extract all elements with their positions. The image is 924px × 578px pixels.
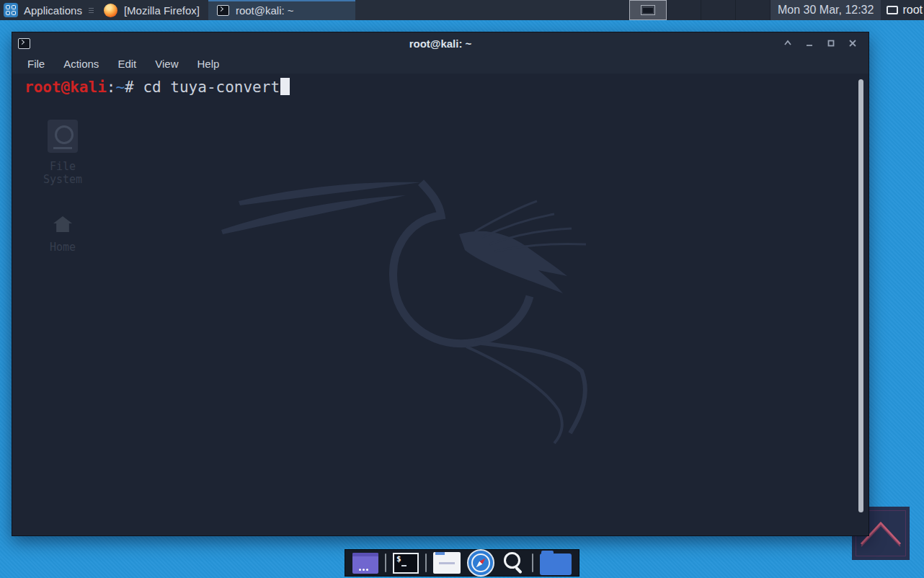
kali-desktop: { "top_panel": { "applications_label": "…: [0, 0, 924, 578]
terminal-scrollbar[interactable]: [858, 79, 863, 512]
dock-separator: [425, 553, 427, 572]
show-desktop-icon: [887, 6, 898, 14]
terminal-window: root@kali: ~ File Actions Edit View Help…: [12, 32, 869, 536]
taskbar-item-firefox[interactable]: [Mozilla Firefox]: [95, 0, 208, 20]
applications-menu-icon: [4, 3, 18, 17]
applications-menu-label: Applications: [24, 4, 82, 17]
terminal-titlebar[interactable]: root@kali: ~: [12, 32, 869, 54]
clock-label: Mon 30 Mar, 12:32: [778, 4, 874, 17]
clock[interactable]: Mon 30 Mar, 12:32: [770, 0, 881, 20]
home-icon: [53, 216, 72, 232]
prompt-separator: :: [107, 79, 116, 96]
menu-help[interactable]: Help: [195, 56, 221, 71]
panel-separator: [88, 0, 95, 20]
dock-file-manager-icon[interactable]: [540, 553, 572, 575]
dock-windows-icon[interactable]: [352, 553, 378, 574]
workspace-2[interactable]: [667, 0, 701, 20]
workspace-4[interactable]: [736, 0, 770, 20]
terminal-content[interactable]: File System Home root@kali:~# cd tuya-co…: [12, 74, 869, 535]
prompt-path: ~: [115, 79, 125, 96]
terminal-cursor: [280, 78, 290, 95]
compass-needle: [475, 557, 487, 569]
terminal-window-icon: [18, 38, 30, 49]
firefox-icon: [104, 4, 117, 17]
menu-actions[interactable]: Actions: [62, 56, 100, 71]
terminal-icon: [217, 5, 229, 16]
menu-edit[interactable]: Edit: [116, 56, 138, 71]
desktop-icon-filesystem[interactable]: File System: [34, 120, 92, 186]
session-indicator[interactable]: root: [881, 0, 924, 20]
workspace-3[interactable]: [701, 0, 736, 20]
window-controls: [782, 37, 858, 49]
typed-command: cd tuya-convert: [143, 79, 280, 96]
terminal-prompt-line: root@kali:~# cd tuya-convert: [25, 78, 290, 96]
dock: [345, 549, 579, 577]
dock-terminal-icon[interactable]: [393, 553, 419, 574]
maximize-button[interactable]: [825, 37, 837, 49]
taskbar-item-terminal[interactable]: root@kali: ~: [208, 0, 355, 20]
kali-dragon-watermark: [221, 156, 603, 466]
prompt-symbol: #: [125, 79, 143, 96]
minimize-button[interactable]: [804, 37, 815, 49]
prompt-user-host: root@kali: [25, 79, 107, 96]
desktop-icon-home[interactable]: Home: [34, 216, 92, 254]
desktop-icon-label: Home: [34, 241, 92, 254]
panel-right-group: Mon 30 Mar, 12:32 root: [629, 0, 924, 20]
window-title: root@kali: ~: [12, 37, 869, 50]
top-panel: Applications [Mozilla Firefox] root@kali…: [0, 0, 924, 20]
workspace-switcher: [629, 0, 770, 20]
close-button[interactable]: [847, 37, 858, 49]
desktop-icon-label: File System: [34, 160, 92, 186]
terminal-menubar: File Actions Edit View Help: [12, 54, 869, 74]
shade-button[interactable]: [782, 37, 794, 49]
dock-separator: [532, 553, 533, 572]
dock-separator: [385, 553, 386, 572]
applications-menu-button[interactable]: Applications: [0, 0, 88, 20]
workspace-window-preview: [641, 5, 655, 15]
menu-file[interactable]: File: [26, 56, 46, 71]
dock-search-icon[interactable]: [501, 551, 525, 575]
workspace-1[interactable]: [629, 0, 667, 20]
user-label: root: [902, 4, 923, 17]
taskbar-item-label: root@kali: ~: [236, 4, 294, 17]
dock-text-editor-icon[interactable]: [433, 552, 461, 574]
scrollbar-thumb[interactable]: [858, 79, 863, 512]
filesystem-icon: [48, 120, 78, 153]
dock-web-browser-icon[interactable]: [467, 549, 494, 577]
menu-view[interactable]: View: [154, 56, 179, 71]
taskbar-item-label: [Mozilla Firefox]: [124, 4, 200, 17]
